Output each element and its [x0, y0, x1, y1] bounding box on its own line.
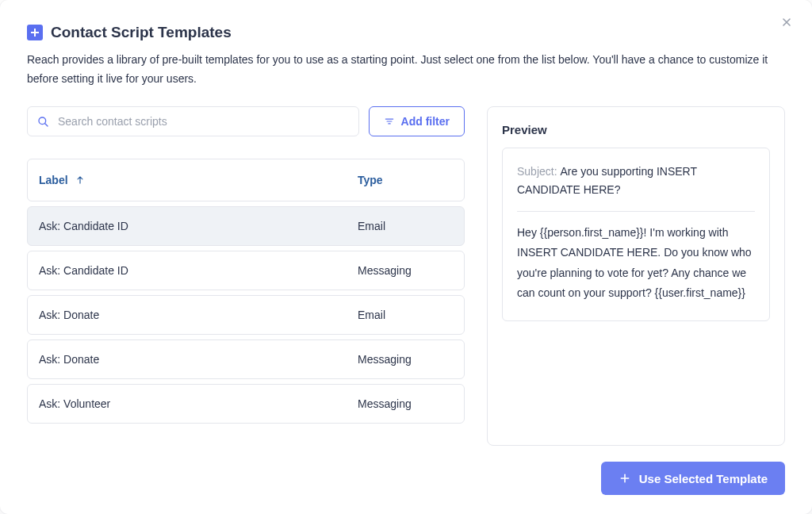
- row-label: Ask: Candidate ID: [39, 264, 358, 277]
- preview-panel: Preview Subject: Are you supporting INSE…: [487, 106, 785, 446]
- templates-list-panel: Add filter Label Type Ask: Candidate IDE…: [27, 106, 465, 446]
- table-row[interactable]: Ask: Candidate IDEmail: [27, 206, 465, 246]
- row-label: Ask: Donate: [39, 309, 358, 321]
- modal-footer: Use Selected Template: [27, 446, 785, 495]
- add-filter-button[interactable]: Add filter: [369, 106, 465, 136]
- row-type: Messaging: [358, 397, 453, 410]
- row-type: Messaging: [358, 264, 453, 277]
- templates-modal: Contact Script Templates Reach provides …: [0, 0, 812, 514]
- search-input[interactable]: [27, 106, 359, 136]
- close-icon: [780, 16, 793, 29]
- preview-subject: Subject: Are you supporting INSERT CANDI…: [517, 163, 755, 213]
- sort-asc-icon: [75, 175, 86, 186]
- column-header-label[interactable]: Label: [39, 174, 358, 186]
- table-row[interactable]: Ask: DonateMessaging: [27, 339, 465, 379]
- add-filter-label: Add filter: [401, 115, 450, 128]
- use-selected-template-label: Use Selected Template: [639, 472, 768, 485]
- row-label: Ask: Donate: [39, 353, 358, 366]
- table-row[interactable]: Ask: DonateEmail: [27, 295, 465, 335]
- preview-subject-label: Subject:: [517, 165, 557, 178]
- row-type: Email: [358, 220, 453, 232]
- list-toolbar: Add filter: [27, 106, 465, 136]
- table-row[interactable]: Ask: Candidate IDMessaging: [27, 251, 465, 290]
- row-label: Ask: Volunteer: [39, 397, 358, 410]
- row-type: Messaging: [358, 353, 453, 366]
- table-row[interactable]: Ask: VolunteerMessaging: [27, 384, 465, 424]
- modal-title: Contact Script Templates: [51, 24, 232, 41]
- preview-title: Preview: [502, 123, 770, 136]
- preview-body: Hey {{person.first_name}}! I'm working w…: [517, 223, 755, 303]
- column-header-type[interactable]: Type: [358, 174, 453, 186]
- list-header: Label Type: [27, 159, 465, 201]
- modal-subtitle: Reach provides a library of pre-built te…: [27, 51, 785, 89]
- plus-icon: [619, 472, 631, 485]
- search-wrap: [27, 106, 359, 136]
- row-label: Ask: Candidate ID: [39, 220, 358, 232]
- use-selected-template-button[interactable]: Use Selected Template: [601, 462, 785, 495]
- modal-header: Contact Script Templates: [27, 24, 785, 41]
- filter-icon: [384, 116, 395, 127]
- close-button[interactable]: [776, 11, 798, 33]
- modal-body: Add filter Label Type Ask: Candidate IDE…: [27, 106, 785, 446]
- templates-icon: [27, 25, 43, 40]
- row-type: Email: [358, 309, 453, 321]
- preview-box: Subject: Are you supporting INSERT CANDI…: [502, 148, 770, 321]
- rows-container: Ask: Candidate IDEmailAsk: Candidate IDM…: [27, 206, 465, 424]
